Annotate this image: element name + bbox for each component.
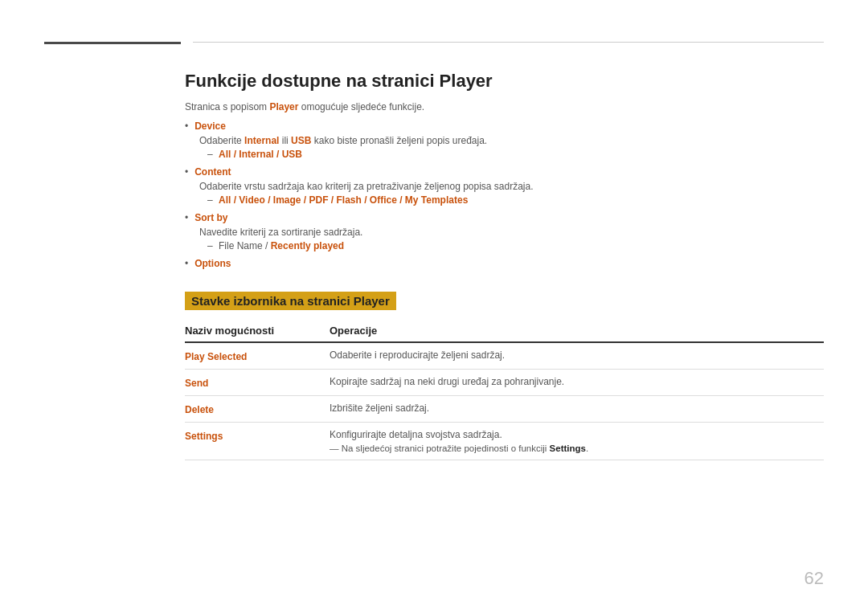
sortby-sub-item: File Name / Recently played <box>207 240 824 251</box>
page-number: 62 <box>805 568 824 589</box>
table-header: Naziv mogućnosti Operacije <box>185 325 824 343</box>
page-container: Funkcije dostupne na stranici Player Str… <box>0 0 868 613</box>
device-sub-text: All / Internal / USB <box>219 149 302 160</box>
content-title: Content <box>194 166 231 178</box>
col2-header: Operacije <box>330 325 824 337</box>
device-sublist: All / Internal / USB <box>207 149 824 160</box>
intro-text: Stranica s popisom Player omogućuje slje… <box>185 101 824 112</box>
table-row-send: Send Kopirajte sadržaj na neki drugi ure… <box>185 370 824 396</box>
top-line-right <box>193 42 824 43</box>
top-line-left <box>44 42 181 44</box>
intro-highlight: Player <box>269 101 298 112</box>
settings-bold: Settings <box>550 443 586 453</box>
device-desc: Odaberite Internal ili USB kako biste pr… <box>199 135 824 146</box>
content-area: Funkcije dostupne na stranici Player Str… <box>185 55 824 460</box>
list-item-content: • Content Odaberite vrstu sadržaja kao k… <box>185 166 824 206</box>
sortby-title: Sort by <box>194 212 227 223</box>
table-row-delete: Delete Izbrišite željeni sadržaj. <box>185 396 824 423</box>
settings-label: Settings <box>185 429 330 442</box>
bullet-dot-sortby: • <box>185 212 188 223</box>
intro-suffix: omogućuje sljedeće funkcije. <box>301 101 424 112</box>
table-row-play: Play Selected Odaberite i reproducirajte… <box>185 343 824 370</box>
delete-label: Delete <box>185 403 330 415</box>
settings-desc: Konfigurirajte detaljna svojstva sadržaj… <box>330 429 824 453</box>
device-usb: USB <box>291 135 311 146</box>
settings-note: — Na sljedećoj stranici potražite pojedi… <box>330 443 824 453</box>
send-desc: Kopirajte sadržaj na neki drugi uređaj z… <box>330 376 824 387</box>
sortby-sublist: File Name / Recently played <box>207 240 824 251</box>
content-sub-text: All / Video / Image / PDF / Flash / Offi… <box>219 194 468 206</box>
table-container: Naziv mogućnosti Operacije Play Selected… <box>185 325 824 460</box>
feature-list: • Device Odaberite Internal ili USB kako… <box>185 121 824 269</box>
content-sub-item: All / Video / Image / PDF / Flash / Offi… <box>207 194 824 206</box>
filename-text: File Name / <box>219 240 271 251</box>
bullet-dot-content: • <box>185 166 188 178</box>
device-title: Device <box>194 121 226 132</box>
intro-prefix: Stranica s popisom <box>185 101 267 112</box>
list-item-options: • Options <box>185 258 824 269</box>
send-label: Send <box>185 376 330 389</box>
table-row-settings: Settings Konfigurirajte detaljna svojstv… <box>185 423 824 460</box>
section2-heading: Stavke izbornika na stranici Player <box>185 292 396 310</box>
settings-main-desc: Konfigurirajte detaljna svojstva sadržaj… <box>330 429 824 440</box>
delete-desc: Izbrišite željeni sadržaj. <box>330 403 824 414</box>
content-desc: Odaberite vrstu sadržaja kao kriterij za… <box>199 181 824 192</box>
content-sublist: All / Video / Image / PDF / Flash / Offi… <box>207 194 824 206</box>
col1-header: Naziv mogućnosti <box>185 325 330 337</box>
play-selected-label: Play Selected <box>185 349 330 362</box>
recently-played-text: Recently played <box>271 240 344 251</box>
device-internal: Internal <box>244 135 279 146</box>
bullet-dot-options: • <box>185 258 188 269</box>
page-title: Funkcije dostupne na stranici Player <box>185 71 824 92</box>
device-sub-item: All / Internal / USB <box>207 149 824 160</box>
options-title: Options <box>194 258 231 269</box>
play-selected-desc: Odaberite i reproducirajte željeni sadrž… <box>330 349 824 361</box>
bullet-dot-device: • <box>185 121 188 132</box>
sortby-desc: Navedite kriterij za sortiranje sadržaja… <box>199 227 824 238</box>
list-item-device: • Device Odaberite Internal ili USB kako… <box>185 121 824 160</box>
list-item-sortby: • Sort by Navedite kriterij za sortiranj… <box>185 212 824 251</box>
